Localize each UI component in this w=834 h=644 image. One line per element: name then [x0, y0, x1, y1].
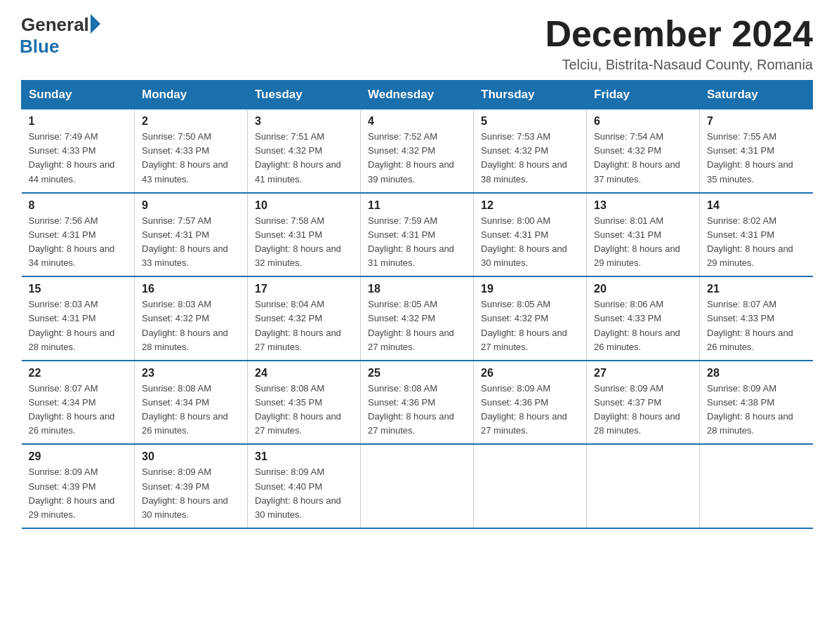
calendar-cell: 18 Sunrise: 8:05 AMSunset: 4:32 PMDaylig… [361, 276, 474, 361]
calendar-cell: 6 Sunrise: 7:54 AMSunset: 4:32 PMDayligh… [587, 109, 700, 193]
day-number: 2 [142, 115, 240, 128]
day-info: Sunrise: 7:55 AMSunset: 4:31 PMDaylight:… [707, 131, 793, 184]
calendar-cell: 14 Sunrise: 8:02 AMSunset: 4:31 PMDaylig… [700, 193, 813, 277]
day-info: Sunrise: 8:02 AMSunset: 4:31 PMDaylight:… [707, 215, 793, 268]
day-number: 10 [255, 199, 353, 212]
calendar-header: SundayMondayTuesdayWednesdayThursdayFrid… [22, 81, 813, 109]
day-number: 3 [255, 115, 353, 128]
page-header: General Blue December 2024 Telciu, Bistr… [21, 14, 813, 73]
day-number: 17 [255, 283, 353, 295]
day-number: 20 [594, 283, 692, 295]
day-info: Sunrise: 7:56 AMSunset: 4:31 PMDaylight:… [29, 215, 115, 268]
day-info: Sunrise: 7:59 AMSunset: 4:31 PMDaylight:… [368, 215, 454, 268]
calendar-cell: 7 Sunrise: 7:55 AMSunset: 4:31 PMDayligh… [700, 109, 813, 193]
day-info: Sunrise: 8:05 AMSunset: 4:32 PMDaylight:… [481, 299, 567, 351]
day-info: Sunrise: 7:49 AMSunset: 4:33 PMDaylight:… [29, 131, 115, 184]
calendar-week-row: 8 Sunrise: 7:56 AMSunset: 4:31 PMDayligh… [22, 193, 813, 277]
day-info: Sunrise: 8:09 AMSunset: 4:38 PMDaylight:… [707, 383, 793, 436]
weekday-header-sunday: Sunday [22, 81, 135, 109]
day-number: 11 [368, 199, 466, 212]
day-info: Sunrise: 8:01 AMSunset: 4:31 PMDaylight:… [594, 215, 680, 268]
calendar-cell: 20 Sunrise: 8:06 AMSunset: 4:33 PMDaylig… [587, 276, 700, 361]
calendar-cell: 23 Sunrise: 8:08 AMSunset: 4:34 PMDaylig… [135, 361, 248, 445]
calendar-cell [474, 444, 587, 528]
calendar-cell: 19 Sunrise: 8:05 AMSunset: 4:32 PMDaylig… [474, 276, 587, 361]
day-info: Sunrise: 8:06 AMSunset: 4:33 PMDaylight:… [594, 299, 680, 351]
day-number: 18 [368, 283, 466, 295]
calendar-cell: 27 Sunrise: 8:09 AMSunset: 4:37 PMDaylig… [587, 361, 700, 445]
day-info: Sunrise: 7:57 AMSunset: 4:31 PMDaylight:… [142, 215, 228, 268]
day-number: 22 [29, 367, 128, 380]
day-info: Sunrise: 7:52 AMSunset: 4:32 PMDaylight:… [368, 131, 454, 184]
day-number: 4 [368, 115, 466, 128]
calendar-cell: 30 Sunrise: 8:09 AMSunset: 4:39 PMDaylig… [135, 444, 248, 528]
weekday-header-wednesday: Wednesday [361, 81, 474, 109]
weekday-header-tuesday: Tuesday [248, 81, 361, 109]
day-info: Sunrise: 8:08 AMSunset: 4:36 PMDaylight:… [368, 383, 454, 436]
calendar-cell: 31 Sunrise: 8:09 AMSunset: 4:40 PMDaylig… [248, 444, 361, 528]
day-number: 26 [481, 367, 579, 380]
day-info: Sunrise: 8:05 AMSunset: 4:32 PMDaylight:… [368, 299, 454, 351]
day-number: 13 [594, 199, 692, 212]
calendar-cell [361, 444, 474, 528]
day-info: Sunrise: 8:09 AMSunset: 4:39 PMDaylight:… [29, 467, 115, 519]
weekday-header-saturday: Saturday [700, 81, 813, 109]
logo: General Blue [21, 14, 100, 58]
day-number: 28 [707, 367, 806, 380]
calendar-cell: 24 Sunrise: 8:08 AMSunset: 4:35 PMDaylig… [248, 361, 361, 445]
day-number: 5 [481, 115, 579, 128]
calendar-week-row: 1 Sunrise: 7:49 AMSunset: 4:33 PMDayligh… [22, 109, 813, 193]
calendar-cell: 9 Sunrise: 7:57 AMSunset: 4:31 PMDayligh… [135, 193, 248, 277]
day-number: 14 [707, 199, 806, 212]
day-number: 29 [29, 450, 128, 463]
day-info: Sunrise: 7:53 AMSunset: 4:32 PMDaylight:… [481, 131, 567, 184]
day-info: Sunrise: 7:50 AMSunset: 4:33 PMDaylight:… [142, 131, 228, 184]
day-number: 24 [255, 367, 353, 380]
calendar-subtitle: Telciu, Bistrita-Nasaud County, Romania [545, 57, 813, 73]
logo-triangle-icon [91, 14, 100, 34]
day-number: 9 [142, 199, 240, 212]
day-info: Sunrise: 8:00 AMSunset: 4:31 PMDaylight:… [481, 215, 567, 268]
calendar-cell: 8 Sunrise: 7:56 AMSunset: 4:31 PMDayligh… [22, 193, 135, 277]
day-info: Sunrise: 8:07 AMSunset: 4:33 PMDaylight:… [707, 299, 793, 351]
calendar-cell: 15 Sunrise: 8:03 AMSunset: 4:31 PMDaylig… [22, 276, 135, 361]
calendar-cell: 5 Sunrise: 7:53 AMSunset: 4:32 PMDayligh… [474, 109, 587, 193]
day-info: Sunrise: 8:08 AMSunset: 4:34 PMDaylight:… [142, 383, 228, 436]
day-number: 6 [594, 115, 692, 128]
calendar-cell: 25 Sunrise: 8:08 AMSunset: 4:36 PMDaylig… [361, 361, 474, 445]
calendar-title: December 2024 [545, 14, 813, 54]
calendar-cell: 16 Sunrise: 8:03 AMSunset: 4:32 PMDaylig… [135, 276, 248, 361]
calendar-cell: 13 Sunrise: 8:01 AMSunset: 4:31 PMDaylig… [587, 193, 700, 277]
day-info: Sunrise: 8:08 AMSunset: 4:35 PMDaylight:… [255, 383, 341, 436]
day-info: Sunrise: 7:51 AMSunset: 4:32 PMDaylight:… [255, 131, 341, 184]
calendar-week-row: 22 Sunrise: 8:07 AMSunset: 4:34 PMDaylig… [22, 361, 813, 445]
calendar-cell: 22 Sunrise: 8:07 AMSunset: 4:34 PMDaylig… [22, 361, 135, 445]
weekday-header-row: SundayMondayTuesdayWednesdayThursdayFrid… [22, 81, 813, 109]
day-number: 31 [255, 450, 353, 463]
day-info: Sunrise: 7:58 AMSunset: 4:31 PMDaylight:… [255, 215, 341, 268]
day-number: 1 [29, 115, 128, 128]
day-info: Sunrise: 8:03 AMSunset: 4:31 PMDaylight:… [29, 299, 115, 351]
day-info: Sunrise: 8:03 AMSunset: 4:32 PMDaylight:… [142, 299, 228, 351]
calendar-week-row: 15 Sunrise: 8:03 AMSunset: 4:31 PMDaylig… [22, 276, 813, 361]
calendar-cell: 17 Sunrise: 8:04 AMSunset: 4:32 PMDaylig… [248, 276, 361, 361]
calendar-cell: 26 Sunrise: 8:09 AMSunset: 4:36 PMDaylig… [474, 361, 587, 445]
day-number: 15 [29, 283, 128, 295]
calendar-cell: 4 Sunrise: 7:52 AMSunset: 4:32 PMDayligh… [361, 109, 474, 193]
calendar-cell: 10 Sunrise: 7:58 AMSunset: 4:31 PMDaylig… [248, 193, 361, 277]
logo-blue-text: Blue [20, 36, 59, 58]
day-info: Sunrise: 8:09 AMSunset: 4:36 PMDaylight:… [481, 383, 567, 436]
day-number: 8 [29, 199, 128, 212]
day-info: Sunrise: 8:07 AMSunset: 4:34 PMDaylight:… [29, 383, 115, 436]
calendar-cell: 21 Sunrise: 8:07 AMSunset: 4:33 PMDaylig… [700, 276, 813, 361]
day-info: Sunrise: 8:09 AMSunset: 4:37 PMDaylight:… [594, 383, 680, 436]
day-number: 25 [368, 367, 466, 380]
weekday-header-monday: Monday [135, 81, 248, 109]
calendar-cell [587, 444, 700, 528]
calendar-cell: 12 Sunrise: 8:00 AMSunset: 4:31 PMDaylig… [474, 193, 587, 277]
day-info: Sunrise: 7:54 AMSunset: 4:32 PMDaylight:… [594, 131, 680, 184]
day-info: Sunrise: 8:04 AMSunset: 4:32 PMDaylight:… [255, 299, 341, 351]
calendar-table: SundayMondayTuesdayWednesdayThursdayFrid… [21, 80, 813, 529]
day-number: 16 [142, 283, 240, 295]
calendar-cell: 11 Sunrise: 7:59 AMSunset: 4:31 PMDaylig… [361, 193, 474, 277]
